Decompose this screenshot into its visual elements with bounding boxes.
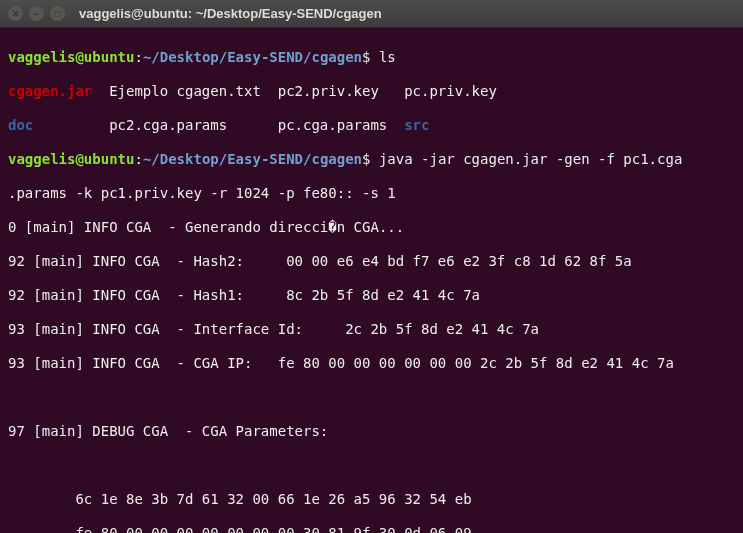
- log-line-2: 92 [main] INFO CGA - Hash2: 00 00 e6 e4 …: [8, 253, 735, 270]
- log-line-4: 93 [main] INFO CGA - Interface Id: 2c 2b…: [8, 321, 735, 338]
- titlebar: ✕ − □ vaggelis@ubuntu: ~/Desktop/Easy-SE…: [0, 0, 743, 28]
- terminal-body[interactable]: vaggelis@ubuntu:~/Desktop/Easy-SEND/cgag…: [0, 28, 743, 533]
- close-icon[interactable]: ✕: [8, 6, 23, 21]
- param-row: fe 80 00 00 00 00 00 00 00 30 81 9f 30 0…: [8, 525, 735, 533]
- command-ls: ls: [370, 49, 395, 65]
- log-line-blank1: [8, 389, 735, 406]
- log-line-1: 0 [main] INFO CGA - Generando direcci�n …: [8, 219, 735, 236]
- dir-doc: doc: [8, 117, 33, 133]
- command-wrap: .params -k pc1.priv.key -r 1024 -p fe80:…: [8, 185, 735, 202]
- ls-row-1: cgagen.jar Ejemplo cgagen.txt pc2.priv.k…: [8, 83, 735, 100]
- prompt-path: ~/Desktop/Easy-SEND/cgagen: [143, 49, 362, 65]
- ls-row-2: doc pc2.cga.params pc.cga.params src: [8, 117, 735, 134]
- param-row: 6c 1e 8e 3b 7d 61 32 00 66 1e 26 a5 96 3…: [8, 491, 735, 508]
- window-title: vaggelis@ubuntu: ~/Desktop/Easy-SEND/cga…: [79, 6, 382, 21]
- prompt-user: vaggelis@ubuntu: [8, 49, 134, 65]
- maximize-icon[interactable]: □: [50, 6, 65, 21]
- minimize-icon[interactable]: −: [29, 6, 44, 21]
- log-line-5: 93 [main] INFO CGA - CGA IP: fe 80 00 00…: [8, 355, 735, 372]
- file-jar: cgagen.jar: [8, 83, 92, 99]
- command-java: java -jar cgagen.jar -gen -f pc1.cga: [370, 151, 682, 167]
- dir-src: src: [404, 117, 429, 133]
- window-controls: ✕ − □: [8, 6, 65, 21]
- log-line-6: 97 [main] DEBUG CGA - CGA Parameters:: [8, 423, 735, 440]
- prompt-line-1: vaggelis@ubuntu:~/Desktop/Easy-SEND/cgag…: [8, 49, 735, 66]
- prompt-line-2: vaggelis@ubuntu:~/Desktop/Easy-SEND/cgag…: [8, 151, 735, 168]
- log-line-blank2: [8, 457, 735, 474]
- log-line-3: 92 [main] INFO CGA - Hash1: 8c 2b 5f 8d …: [8, 287, 735, 304]
